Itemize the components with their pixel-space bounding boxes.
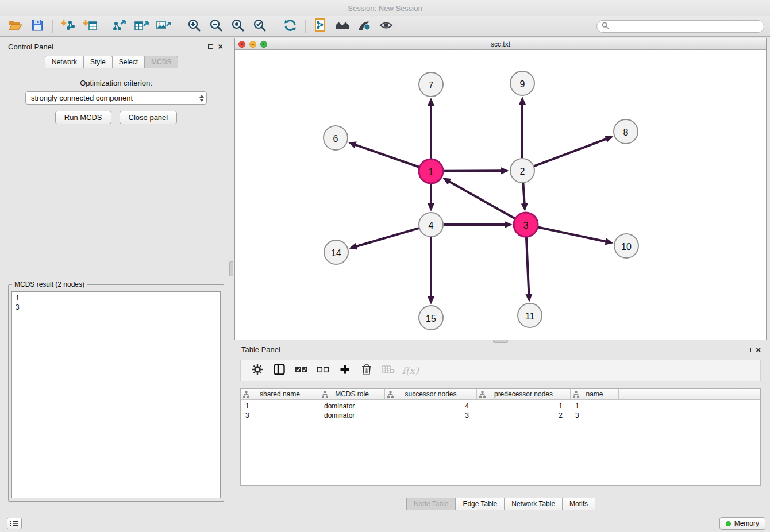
- zoom-selected-button[interactable]: [249, 18, 271, 35]
- delete-table-button[interactable]: [378, 362, 399, 379]
- float-panel-icon[interactable]: [208, 44, 213, 49]
- export-network-button[interactable]: [109, 18, 131, 35]
- graph-edge-3-11[interactable]: [525, 237, 532, 302]
- mcds-result-textarea[interactable]: 1 3: [11, 291, 221, 498]
- table-cell-predecessor-nodes[interactable]: 2: [477, 411, 571, 419]
- search-box[interactable]: [596, 20, 764, 33]
- delete-table-icon: [382, 365, 395, 376]
- column-header-successor-nodes[interactable]: successor nodes: [385, 389, 477, 399]
- window-title: Session: New Session: [348, 4, 422, 13]
- close-panel-button[interactable]: Close panel: [120, 111, 178, 124]
- graph-node-10[interactable]: 10: [614, 234, 638, 258]
- refresh-layout-button[interactable]: [279, 18, 301, 35]
- tab-node-table[interactable]: Node Table: [406, 498, 456, 510]
- table-cell-predecessor-nodes[interactable]: 1: [477, 402, 571, 410]
- table-cell-shared-name[interactable]: 1: [241, 402, 319, 410]
- export-table-button[interactable]: [131, 18, 153, 35]
- graph-edge-1-6[interactable]: [348, 142, 419, 167]
- graph-node-11[interactable]: 11: [518, 303, 542, 327]
- import-network-button[interactable]: [57, 18, 79, 35]
- function-builder-button[interactable]: f(x): [399, 362, 421, 379]
- close-panel-icon[interactable]: ×: [218, 43, 223, 50]
- memory-status-icon: [726, 521, 731, 526]
- graph-edge-4-15[interactable]: [428, 237, 434, 304]
- delete-row-button[interactable]: [356, 362, 378, 379]
- column-header-predecessor-nodes[interactable]: predecessor nodes: [477, 389, 571, 399]
- graph-node-2[interactable]: 2: [510, 159, 534, 183]
- first-neighbors-button[interactable]: [332, 18, 353, 35]
- svg-text:14: 14: [331, 248, 341, 258]
- select-all-button[interactable]: [290, 362, 312, 379]
- table-cell-mcds-role[interactable]: dominator: [319, 411, 385, 419]
- network-canvas[interactable]: 7968124314101511: [235, 50, 766, 340]
- tab-network[interactable]: Network: [45, 56, 84, 68]
- graph-edge-4-14[interactable]: [349, 228, 419, 249]
- optimization-dropdown[interactable]: strongly connected component: [25, 91, 207, 105]
- graph-node-14[interactable]: 14: [324, 240, 348, 264]
- network-graph[interactable]: 7968124314101511: [235, 50, 766, 340]
- import-table-button[interactable]: [79, 18, 101, 35]
- tab-mcds[interactable]: MCDS: [144, 56, 178, 68]
- zoom-in-button[interactable]: [183, 18, 205, 35]
- table-cell-successor-nodes[interactable]: 3: [385, 411, 477, 419]
- close-panel-icon[interactable]: ×: [756, 346, 761, 353]
- graph-node-3[interactable]: 3: [514, 213, 538, 237]
- graph-node-15[interactable]: 15: [419, 306, 443, 330]
- apply-style-button[interactable]: [353, 18, 375, 35]
- panel-menu-button[interactable]: [7, 518, 22, 529]
- graph-edge-1-2[interactable]: [444, 167, 509, 174]
- export-image-button[interactable]: [153, 18, 175, 35]
- table-cell-mcds-role[interactable]: dominator: [319, 402, 385, 410]
- column-header-name[interactable]: name: [571, 389, 619, 399]
- open-session-button[interactable]: [5, 18, 26, 35]
- close-window-icon[interactable]: ×: [238, 41, 245, 48]
- add-row-button[interactable]: [334, 362, 356, 379]
- zoom-window-icon[interactable]: +: [260, 41, 267, 48]
- column-header-shared-name[interactable]: shared name: [241, 389, 319, 399]
- table-cell-name[interactable]: 3: [571, 411, 619, 419]
- table-row[interactable]: 3dominator323: [241, 411, 760, 420]
- optimization-criterion-label: Optimization criterion:: [3, 79, 229, 87]
- minimize-window-icon[interactable]: −: [249, 41, 256, 48]
- deselect-all-button[interactable]: [312, 362, 334, 379]
- tab-edge-table[interactable]: Edge Table: [455, 498, 505, 510]
- graph-edge-2-9[interactable]: [519, 97, 526, 158]
- graph-edge-1-4[interactable]: [428, 184, 434, 211]
- search-input[interactable]: [613, 22, 759, 30]
- table-row[interactable]: 1dominator411: [241, 402, 760, 411]
- graph-node-6[interactable]: 6: [324, 126, 348, 150]
- tab-network-table[interactable]: Network Table: [504, 498, 563, 510]
- graph-node-4[interactable]: 4: [419, 213, 443, 237]
- network-window-titlebar[interactable]: × − + scc.txt: [235, 38, 766, 50]
- table-cell-name[interactable]: 1: [571, 402, 619, 410]
- save-session-button[interactable]: [26, 18, 48, 35]
- graph-edge-3-1[interactable]: [442, 178, 515, 218]
- graph-edge-1-7[interactable]: [428, 98, 434, 159]
- graph-node-1[interactable]: 1: [419, 159, 443, 183]
- run-mcds-button[interactable]: Run MCDS: [55, 111, 111, 124]
- graph-edge-2-8[interactable]: [534, 136, 614, 166]
- control-panel-tabs: NetworkStyleSelectMCDS: [45, 56, 178, 68]
- graph-edge-3-10[interactable]: [538, 228, 614, 245]
- graph-node-8[interactable]: 8: [614, 119, 638, 144]
- tab-select[interactable]: Select: [112, 56, 145, 68]
- vertical-splitter-handle[interactable]: [229, 261, 233, 276]
- tab-motifs[interactable]: Motifs: [562, 498, 595, 510]
- table-cell-shared-name[interactable]: 3: [241, 411, 319, 419]
- graph-node-9[interactable]: 9: [510, 71, 534, 95]
- table-cell-successor-nodes[interactable]: 4: [385, 402, 477, 410]
- show-details-button[interactable]: [375, 18, 397, 35]
- table-settings-button[interactable]: [247, 362, 268, 379]
- graph-edge-2-3[interactable]: [521, 183, 528, 211]
- graph-edge-4-3[interactable]: [444, 221, 513, 228]
- tab-style[interactable]: Style: [83, 56, 113, 68]
- zoom-out-button[interactable]: [205, 18, 227, 35]
- network-from-selection-button[interactable]: [310, 18, 332, 35]
- horizontal-splitter-handle[interactable]: [493, 340, 508, 343]
- graph-node-7[interactable]: 7: [419, 72, 443, 97]
- column-header-mcds-role[interactable]: MCDS role: [319, 389, 385, 399]
- float-panel-icon[interactable]: [746, 348, 751, 352]
- show-columns-button[interactable]: [268, 362, 290, 379]
- zoom-fit-button[interactable]: [227, 18, 249, 35]
- memory-button[interactable]: Memory: [719, 517, 765, 530]
